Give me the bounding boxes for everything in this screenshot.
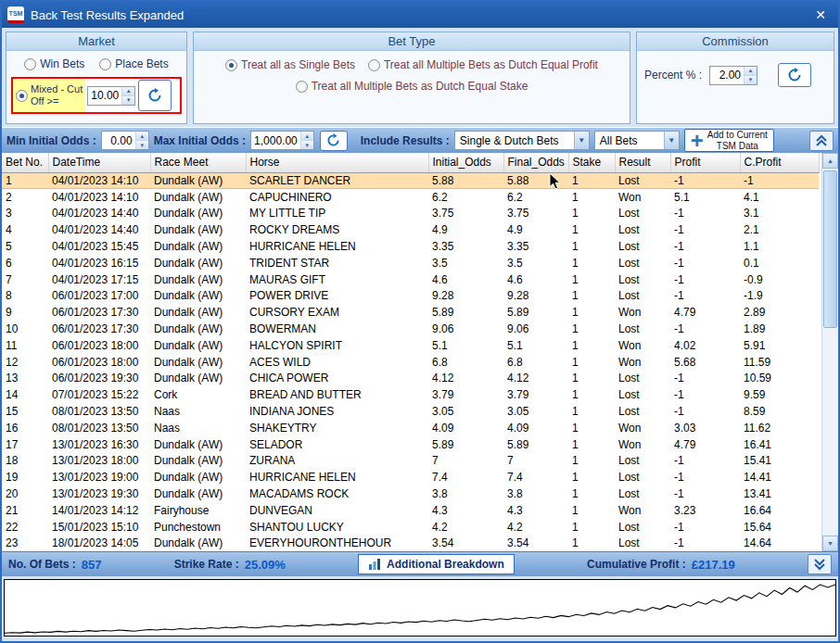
collapse-down-button[interactable] xyxy=(808,554,832,574)
col-header[interactable]: Horse xyxy=(246,153,428,172)
cutoff-spinner[interactable]: 10.00 ▲ ▼ xyxy=(87,86,135,106)
spinner-up-icon[interactable]: ▲ xyxy=(745,67,757,76)
odds-refresh-button[interactable] xyxy=(320,131,348,151)
col-header[interactable]: DateTime xyxy=(48,153,150,172)
spinner-down-icon[interactable]: ▼ xyxy=(136,141,148,149)
bets-filter-combo[interactable]: All Bets ▼ xyxy=(594,131,680,150)
chevron-down-icon[interactable]: ▼ xyxy=(574,132,589,149)
bets-count-label: No. Of Bets : xyxy=(8,558,76,571)
cutoff-spinner-arrows[interactable]: ▲ ▼ xyxy=(121,87,134,105)
table-cell: 1 xyxy=(568,255,615,271)
radio-place-bets[interactable]: Place Bets xyxy=(99,57,168,70)
radio-win-bets[interactable]: Win Bets xyxy=(24,57,84,70)
table-row[interactable]: 704/01/2023 17:15Dundalk (AW)MAURAS GIFT… xyxy=(2,271,819,288)
table-row[interactable]: 1508/01/2023 13:50NaasINDIANA JONES3.053… xyxy=(2,403,819,420)
table-row[interactable]: 1206/01/2023 18:00Dundalk (AW)ACES WILD6… xyxy=(2,354,819,371)
table-cell: 16.41 xyxy=(740,436,819,453)
radio-button-icon[interactable] xyxy=(225,59,237,71)
table-cell: HALCYON SPIRIT xyxy=(246,337,428,354)
col-header[interactable]: Final_Odds xyxy=(503,153,568,172)
table-cell: Lost xyxy=(615,485,670,502)
spinner-up-icon[interactable]: ▲ xyxy=(122,87,134,96)
table-cell: -1 xyxy=(670,469,740,485)
table-cell: BREAD AND BUTTER xyxy=(246,386,428,403)
table-row[interactable]: 504/01/2023 15:45Dundalk (AW)HURRICANE H… xyxy=(2,238,819,255)
status-bar: No. Of Bets : 857 Strike Rate : 25.09% A… xyxy=(2,551,838,576)
spinner-down-icon[interactable]: ▼ xyxy=(745,76,757,84)
table-cell: 13/01/2023 16:30 xyxy=(48,436,150,453)
mixed-cutoff-radio[interactable] xyxy=(16,90,28,102)
scrollbar-thumb[interactable] xyxy=(823,170,837,328)
collapse-up-button[interactable] xyxy=(809,131,834,151)
table-row[interactable]: 204/01/2023 14:10Dundalk (AW)CAPUCHINERO… xyxy=(2,189,819,206)
col-header[interactable]: Initial_Odds xyxy=(428,153,503,172)
max-odds-spinner-arrows[interactable]: ▲ ▼ xyxy=(300,132,313,149)
radio-treat-all-multiple-bets-as-dutch-equal-profit[interactable]: Treat all Multiple Bets as Dutch Equal P… xyxy=(368,58,598,71)
table-row[interactable]: 1813/01/2023 18:00Dundalk (AW)ZURANA771L… xyxy=(2,453,819,470)
vertical-scrollbar[interactable]: ▲ ▼ xyxy=(821,153,838,551)
radio-button-icon[interactable] xyxy=(99,58,111,70)
table-cell: 9.59 xyxy=(740,386,819,403)
table-cell: 3.75 xyxy=(428,206,503,222)
table-row[interactable]: 404/01/2023 14:40Dundalk (AW)ROCKY DREAM… xyxy=(2,221,819,238)
table-row[interactable]: 2013/01/2023 19:30Dundalk (AW)MACADAMS R… xyxy=(2,485,819,502)
radio-button-icon[interactable] xyxy=(368,59,380,71)
table-row[interactable]: 1608/01/2023 13:50NaasSHAKEYTRY4.094.091… xyxy=(2,420,819,436)
table-row[interactable]: 1306/01/2023 19:30Dundalk (AW)CHICA POWE… xyxy=(2,371,819,387)
market-refresh-button[interactable] xyxy=(138,80,172,111)
close-icon[interactable]: ✕ xyxy=(808,5,833,25)
spinner-up-icon[interactable]: ▲ xyxy=(301,132,313,141)
title-bar: TSM Back Test Results Expanded ✕ xyxy=(2,2,838,28)
spinner-down-icon[interactable]: ▼ xyxy=(301,141,313,149)
table-cell: 04/01/2023 14:10 xyxy=(48,172,150,189)
table-row[interactable]: 906/01/2023 17:30Dundalk (AW)CURSORY EXA… xyxy=(2,304,819,321)
table-row[interactable]: 304/01/2023 14:40Dundalk (AW)MY LITTLE T… xyxy=(2,206,819,222)
table-cell: 4.12 xyxy=(428,371,503,387)
table-row[interactable]: 2215/01/2023 15:10PunchestownSHANTOU LUC… xyxy=(2,519,819,536)
scroll-up-icon[interactable]: ▲ xyxy=(822,153,838,169)
col-header[interactable]: C.Profit xyxy=(740,153,819,172)
col-header[interactable]: Profit xyxy=(670,153,740,172)
min-odds-spinner[interactable]: 0.00 ▲ ▼ xyxy=(101,131,149,150)
table-row[interactable]: 2114/01/2023 14:12FairyhouseDUNVEGAN4.34… xyxy=(2,502,819,519)
table-cell: Lost xyxy=(615,255,670,271)
max-odds-spinner[interactable]: 1,000.00 ▲ ▼ xyxy=(250,131,314,150)
table-row[interactable]: 1713/01/2023 16:30Dundalk (AW)SELADOR5.8… xyxy=(2,436,819,453)
table-cell: Dundalk (AW) xyxy=(150,206,246,222)
mixed-cutoff-option[interactable]: Mixed - Cut Off >= xyxy=(13,79,85,112)
table-cell: 04/01/2023 14:10 xyxy=(48,189,150,206)
table-row[interactable]: 1106/01/2023 18:00Dundalk (AW)HALCYON SP… xyxy=(2,337,819,354)
market-group-title: Market xyxy=(6,32,186,51)
table-cell: 7 xyxy=(428,453,503,470)
commission-refresh-button[interactable] xyxy=(778,63,811,87)
table-cell: -0.9 xyxy=(740,271,819,288)
table-row[interactable]: 604/01/2023 16:15Dundalk (AW)TRIDENT STA… xyxy=(2,255,819,271)
scroll-down-icon[interactable]: ▼ xyxy=(822,536,838,551)
table-row[interactable]: 1407/01/2023 15:22CorkBREAD AND BUTTER3.… xyxy=(2,386,819,403)
spinner-up-icon[interactable]: ▲ xyxy=(136,132,148,141)
radio-treat-all-multiple-bets-as-dutch-equal-stake[interactable]: Treat all Multiple Bets as Dutch Equal S… xyxy=(296,80,528,93)
min-odds-spinner-arrows[interactable]: ▲ ▼ xyxy=(135,132,148,149)
commission-spinner[interactable]: 2.00 ▲ ▼ xyxy=(709,66,757,85)
chevron-down-icon[interactable]: ▼ xyxy=(664,132,679,149)
radio-treat-all-as-single-bets[interactable]: Treat all as Single Bets xyxy=(225,58,355,71)
spinner-down-icon[interactable]: ▼ xyxy=(122,96,134,105)
add-to-tsm-button[interactable]: + Add to Current TSM Data xyxy=(684,129,774,152)
table-cell: 2.1 xyxy=(740,221,819,238)
table-row[interactable]: 1913/01/2023 19:00Dundalk (AW)HURRICANE … xyxy=(2,469,819,485)
radio-button-icon[interactable] xyxy=(24,58,36,70)
commission-spinner-arrows[interactable]: ▲ ▼ xyxy=(744,67,757,84)
include-results-combo[interactable]: Single & Dutch Bets ▼ xyxy=(454,131,590,150)
results-table: Bet No. DateTime Race Meet Horse Initial… xyxy=(2,153,820,551)
col-header[interactable]: Result xyxy=(615,153,670,172)
table-row[interactable]: 1006/01/2023 17:30Dundalk (AW)BOWERMAN9.… xyxy=(2,321,819,337)
table-row[interactable]: 806/01/2023 17:00Dundalk (AW)POWER DRIVE… xyxy=(2,288,819,305)
col-header[interactable]: Race Meet xyxy=(150,153,246,172)
table-row[interactable]: 104/01/2023 14:10Dundalk (AW)SCARLET DAN… xyxy=(2,172,819,189)
additional-breakdown-button[interactable]: Additional Breakdown xyxy=(358,554,515,574)
col-header[interactable]: Bet No. xyxy=(2,153,48,172)
scrollbar-track[interactable] xyxy=(822,169,838,536)
table-row[interactable]: 2318/01/2023 14:05Dundalk (AW)EVERYHOURO… xyxy=(2,536,819,551)
col-header[interactable]: Stake xyxy=(568,153,615,172)
radio-button-icon[interactable] xyxy=(296,81,308,93)
